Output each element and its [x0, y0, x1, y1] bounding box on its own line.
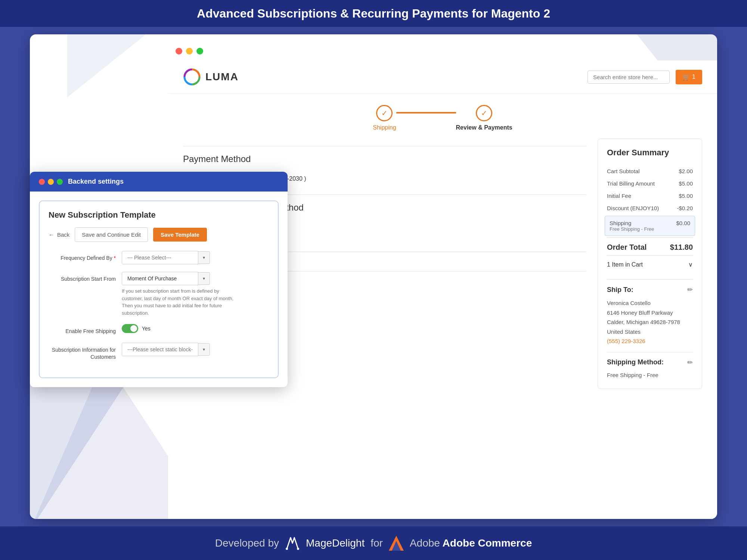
maximize-dot[interactable]: [196, 48, 203, 55]
trial-billing-label: Trial Billing Amount: [607, 180, 655, 187]
order-total-value: $11.80: [670, 243, 693, 252]
minimize-dot[interactable]: [186, 48, 193, 55]
order-summary-title: Order Summary: [607, 148, 693, 158]
backend-close-dot[interactable]: [39, 179, 45, 185]
cart-icon: 🛒: [682, 74, 690, 81]
shipping-step-circle: ✓: [376, 105, 393, 121]
toggle-knob: [130, 325, 137, 332]
ship-to-section: Ship To: ✏ Veronica Costello 6146 Honey …: [607, 279, 693, 346]
shipping-method-section: Shipping Method: ✏ Free Shipping - Free: [607, 352, 693, 380]
backend-window-controls: [39, 179, 63, 185]
ship-to-header: Ship To: ✏: [607, 286, 693, 294]
discount-label: Discount (ENJOY10): [607, 205, 659, 211]
free-shipping-toggle-group: Yes: [122, 324, 151, 333]
shipping-method-title: Shipping Method:: [607, 358, 664, 367]
save-continue-button[interactable]: Save and Continue Edit: [75, 227, 148, 242]
backend-content: New Subscription Template ← Back Save an…: [30, 192, 288, 387]
frequency-label: Frequency Defined By *: [49, 251, 116, 262]
subscription-info-field-group: Subscription Information for Customers ▾: [49, 343, 269, 361]
close-dot[interactable]: [176, 48, 182, 55]
header-right: 🛒 1: [588, 70, 702, 84]
template-actions: ← Back Save and Continue Edit Save Templ…: [49, 227, 269, 242]
cart-items-row[interactable]: 1 Item in Cart ∨: [607, 255, 693, 273]
frequency-select-wrapper: ▾: [122, 251, 210, 264]
initial-fee-label: Initial Fee: [607, 193, 631, 199]
free-shipping-toggle[interactable]: [122, 324, 138, 333]
svg-marker-4: [67, 34, 161, 97]
bottom-banner: Developed by MageDelight for Adobe Adobe…: [0, 526, 747, 560]
shipping-method-edit-icon[interactable]: ✏: [687, 358, 693, 367]
top-banner-text: Advanced Subscriptions & Recurring Payme…: [197, 7, 550, 21]
luma-logo: LUMA: [183, 68, 239, 86]
svg-point-6: [286, 548, 288, 550]
save-template-button[interactable]: Save Template: [153, 228, 207, 242]
adobe-logo-icon: [389, 536, 404, 551]
frequency-field-group: Frequency Defined By * ▾: [49, 251, 269, 264]
back-button[interactable]: ← Back: [49, 231, 69, 238]
payment-step-circle: ✓: [476, 105, 492, 121]
checkout-progress: ✓ Shipping ✓ Review & Payments: [168, 94, 717, 139]
shipping-value: $0.00: [676, 220, 690, 232]
divider-1: [183, 146, 586, 146]
subscription-start-select-input[interactable]: [122, 272, 198, 285]
subscription-start-arrow[interactable]: ▾: [198, 272, 210, 285]
shipping-method-value: Free Shipping - Free: [607, 370, 693, 380]
cart-subtotal-value: $2.00: [679, 168, 693, 174]
payment-section-title: Payment Method: [183, 154, 586, 164]
browser-window-controls: [176, 48, 203, 55]
magedelight-brand-text: MageDelight: [306, 537, 365, 549]
chevron-down-icon: ∨: [688, 261, 693, 268]
shipping-label: Shipping: [610, 220, 654, 226]
back-arrow-icon: ←: [49, 231, 54, 238]
template-title: New Subscription Template: [49, 210, 269, 220]
backend-minimize-dot[interactable]: [48, 179, 54, 185]
subscription-start-select-wrapper: ▾: [122, 272, 241, 285]
ship-to-edit-icon[interactable]: ✏: [687, 286, 693, 294]
subscription-info-label: Subscription Information for Customers: [49, 343, 116, 361]
trial-billing-row: Trial Billing Amount $5.00: [607, 177, 693, 190]
frequency-control: ▾: [122, 251, 210, 264]
phone-link[interactable]: (555) 229-3326: [607, 338, 645, 344]
subscription-info-arrow[interactable]: ▾: [198, 343, 210, 356]
search-input[interactable]: [588, 71, 670, 84]
shipping-step-label: Shipping: [373, 124, 396, 131]
cart-subtotal-row: Cart Subtotal $2.00: [607, 165, 693, 177]
discount-row: Discount (ENJOY10) -$0.20: [607, 202, 693, 214]
recipient-name: Veronica Costello: [607, 298, 693, 308]
address-country: United States: [607, 327, 693, 337]
free-shipping-field-group: Enable Free Shipping Yes: [49, 324, 269, 335]
payment-step-label: Review & Payments: [456, 124, 512, 131]
backend-titlebar: Backend settings: [30, 172, 288, 192]
required-asterisk: *: [114, 255, 116, 261]
magedelight-logo-icon: [285, 536, 300, 551]
discount-value: -$0.20: [677, 205, 693, 211]
frequency-select-arrow[interactable]: ▾: [198, 251, 210, 264]
free-shipping-toggle-label: Yes: [142, 326, 151, 332]
shipping-method-header: Shipping Method: ✏: [607, 358, 693, 367]
store-header: LUMA 🛒 1: [168, 60, 717, 94]
address-line2: Calder, Michigan 49628-7978: [607, 317, 693, 327]
developed-by-text: Developed by: [215, 537, 279, 549]
luma-icon-svg: [183, 68, 201, 86]
subscription-start-field-group: Subscription Start From ▾ If you set sub…: [49, 272, 269, 317]
frequency-select-input[interactable]: [122, 251, 198, 264]
order-total-label: Order Total: [607, 243, 647, 252]
cart-subtotal-label: Cart Subtotal: [607, 168, 640, 174]
cart-button[interactable]: 🛒 1: [676, 70, 702, 84]
adobe-commerce-text: Adobe Adobe Commerce: [410, 537, 532, 549]
address-line1: 6146 Honey Bluff Parkway: [607, 308, 693, 318]
subscription-info-select-wrapper: ▾: [122, 343, 210, 356]
backend-maximize-dot[interactable]: [57, 179, 63, 185]
shipping-row: Shipping Free Shipping - Free $0.00: [605, 216, 695, 236]
template-card: New Subscription Template ← Back Save an…: [39, 200, 279, 378]
ship-to-address: Veronica Costello 6146 Honey Bluff Parkw…: [607, 298, 693, 346]
initial-fee-row: Initial Fee $5.00: [607, 190, 693, 202]
for-text: for: [371, 537, 383, 549]
progress-connector: [396, 112, 456, 113]
luma-brand-name: LUMA: [205, 71, 239, 83]
top-banner: Advanced Subscriptions & Recurring Payme…: [0, 0, 747, 27]
subscription-info-select-input[interactable]: [122, 343, 198, 356]
subscription-start-hint: If you set subscription start from is de…: [122, 287, 241, 317]
save-continue-label: Save and Continue Edit: [82, 231, 141, 238]
cart-count: 1: [692, 74, 695, 80]
